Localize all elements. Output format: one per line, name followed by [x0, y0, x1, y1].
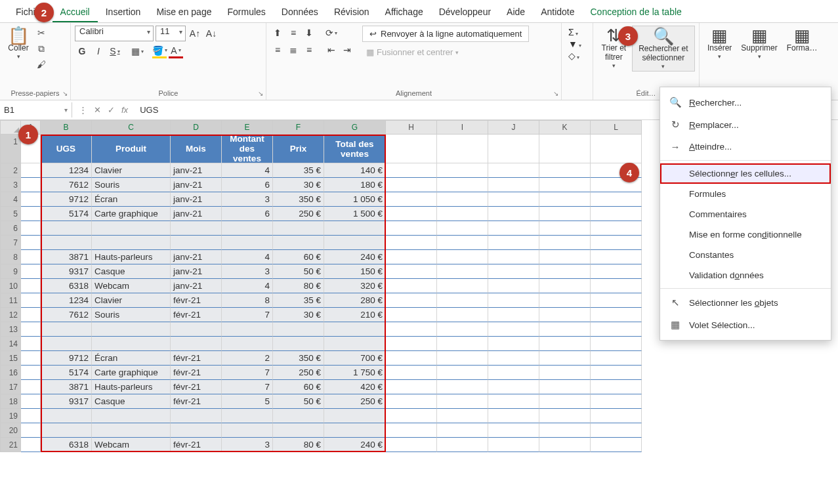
col-header-L[interactable]: L: [591, 120, 642, 135]
table-cell[interactable]: 4: [222, 250, 273, 264]
row-header[interactable]: 16: [0, 366, 21, 380]
table-cell[interactable]: Clavier: [92, 163, 171, 178]
table-cell[interactable]: [273, 322, 324, 337]
table-header[interactable]: Prix: [273, 135, 324, 163]
format-cells-button[interactable]: ▦ Forma…: [783, 26, 822, 54]
table-cell[interactable]: [273, 423, 324, 438]
col-header-D[interactable]: D: [171, 120, 222, 135]
row-header[interactable]: 15: [0, 351, 21, 366]
table-cell[interactable]: Webcam: [92, 438, 171, 452]
row-header[interactable]: 5: [0, 207, 21, 221]
table-cell[interactable]: févr-21: [171, 380, 222, 394]
table-cell[interactable]: 420 €: [324, 380, 386, 394]
tab-antidote[interactable]: Antidote: [533, 3, 582, 22]
format-painter-icon[interactable]: 🖌: [34, 57, 49, 72]
table-cell[interactable]: Casque: [92, 394, 171, 409]
row-header[interactable]: 1: [0, 135, 21, 163]
indent-increase-icon[interactable]: ⇥: [340, 43, 354, 57]
row-header[interactable]: 14: [0, 337, 21, 351]
menu-item[interactable]: Mise en forme conditionnelle: [660, 224, 831, 245]
table-cell[interactable]: [222, 337, 273, 351]
menu-item[interactable]: ↖Sélectionner les objets: [660, 291, 831, 314]
orientation-icon[interactable]: ⟳: [324, 26, 339, 40]
table-cell[interactable]: Souris: [92, 178, 171, 192]
table-cell[interactable]: 60 €: [273, 250, 324, 264]
table-cell[interactable]: Clavier: [92, 293, 171, 308]
table-cell[interactable]: 320 €: [324, 279, 386, 293]
table-cell[interactable]: [324, 322, 386, 337]
table-cell[interactable]: 350 €: [273, 192, 324, 207]
bold-button[interactable]: G: [75, 44, 89, 58]
table-cell[interactable]: 7: [222, 308, 273, 322]
table-cell[interactable]: 6: [222, 207, 273, 221]
row-header[interactable]: 12: [0, 308, 21, 322]
row-header[interactable]: 9: [0, 264, 21, 279]
tab-review[interactable]: Révision: [326, 3, 377, 22]
table-cell[interactable]: Hauts-parleurs: [92, 250, 171, 264]
tab-layout[interactable]: Mise en page: [148, 3, 219, 22]
table-cell[interactable]: 3: [222, 438, 273, 452]
table-header[interactable]: Total des ventes: [324, 135, 386, 163]
name-box[interactable]: B1: [0, 102, 72, 117]
table-cell[interactable]: 4: [222, 163, 273, 178]
table-cell[interactable]: 7: [222, 380, 273, 394]
paste-button[interactable]: 📋 Coller ▾: [4, 26, 33, 61]
table-cell[interactable]: [273, 337, 324, 351]
table-cell[interactable]: Webcam: [92, 279, 171, 293]
table-cell[interactable]: [41, 337, 92, 351]
menu-item[interactable]: Commentaires: [660, 204, 831, 224]
table-cell[interactable]: [171, 423, 222, 438]
merge-center-button[interactable]: ▦ Fusionner et centrer ▾: [362, 46, 529, 58]
table-cell[interactable]: janv-21: [171, 178, 222, 192]
table-cell[interactable]: [273, 409, 324, 423]
indent-decrease-icon[interactable]: ⇤: [324, 43, 339, 57]
align-center-icon[interactable]: ≣: [286, 43, 301, 57]
table-cell[interactable]: [222, 423, 273, 438]
table-cell[interactable]: janv-21: [171, 250, 222, 264]
table-cell[interactable]: 6318: [41, 438, 92, 452]
table-cell[interactable]: [92, 236, 171, 250]
row-header[interactable]: 21: [0, 438, 21, 452]
table-cell[interactable]: [324, 409, 386, 423]
tab-table-design[interactable]: Conception de la table: [583, 3, 690, 22]
table-cell[interactable]: [324, 236, 386, 250]
col-header-G[interactable]: G: [324, 120, 386, 135]
table-cell[interactable]: 3871: [41, 380, 92, 394]
align-bottom-icon[interactable]: ⬇: [302, 26, 316, 40]
table-cell[interactable]: 50 €: [273, 264, 324, 279]
row-header[interactable]: 2: [0, 163, 21, 178]
dialog-launcher-icon[interactable]: ↘: [258, 90, 263, 97]
table-cell[interactable]: janv-21: [171, 192, 222, 207]
borders-button[interactable]: ▦: [130, 44, 144, 58]
row-header[interactable]: 6: [0, 221, 21, 236]
confirm-icon[interactable]: ✓: [108, 105, 115, 115]
table-cell[interactable]: 700 €: [324, 351, 386, 366]
table-cell[interactable]: [324, 423, 386, 438]
row-header[interactable]: 8: [0, 250, 21, 264]
table-cell[interactable]: 3: [222, 192, 273, 207]
fx-icon[interactable]: fx: [121, 105, 128, 115]
row-header[interactable]: 19: [0, 409, 21, 423]
table-cell[interactable]: [171, 221, 222, 236]
table-cell[interactable]: 6318: [41, 279, 92, 293]
font-name-combo[interactable]: Calibri: [75, 26, 154, 41]
table-cell[interactable]: 7612: [41, 178, 92, 192]
row-header[interactable]: 3: [0, 178, 21, 192]
autosum-icon[interactable]: Σ: [568, 27, 585, 37]
menu-item[interactable]: ▦Volet Sélection...: [660, 314, 831, 336]
menu-item[interactable]: 🔍Rechercher...: [660, 91, 831, 114]
table-cell[interactable]: [171, 409, 222, 423]
table-cell[interactable]: 250 €: [273, 366, 324, 380]
fill-color-button[interactable]: 🪣: [152, 44, 167, 58]
table-cell[interactable]: [92, 337, 171, 351]
table-cell[interactable]: [222, 409, 273, 423]
table-cell[interactable]: 6: [222, 178, 273, 192]
table-cell[interactable]: 1 750 €: [324, 366, 386, 380]
table-header[interactable]: Montant des ventes: [222, 135, 273, 163]
table-cell[interactable]: 210 €: [324, 308, 386, 322]
insert-cells-button[interactable]: ▦ Insérer ▾: [703, 26, 736, 61]
table-cell[interactable]: févr-21: [171, 293, 222, 308]
table-cell[interactable]: 60 €: [273, 380, 324, 394]
table-cell[interactable]: 1 500 €: [324, 207, 386, 221]
col-header-I[interactable]: I: [437, 120, 488, 135]
